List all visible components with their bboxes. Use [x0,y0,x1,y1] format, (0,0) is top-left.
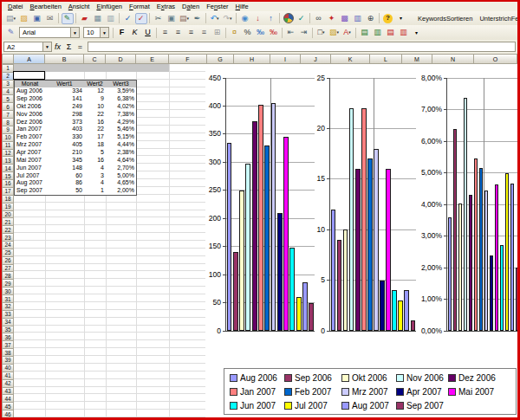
auto-spellcheck-icon[interactable]: ✓ [135,13,147,24]
custom-button-unterstrichfett[interactable]: UnterstrichFett [476,14,520,23]
dropdown-arrow-icon[interactable]: ▾ [348,30,351,35]
chart-2-plot-area[interactable] [329,78,416,332]
insert-chart-icon[interactable] [283,13,295,24]
column-header-a[interactable]: A [14,54,45,64]
background-color-icon[interactable]: ▨▾ [328,27,341,38]
add-decimal-icon[interactable]: ‰ [255,27,267,38]
chart-legend[interactable]: Aug 2006Sep 2006Okt 2006Nov 2006Dez 2006… [224,368,517,415]
column-header-j[interactable]: J [301,54,331,64]
column-header-i[interactable]: I [270,54,301,64]
align-right-icon[interactable]: ≡ [185,27,198,38]
dropdown-arrow-icon[interactable]: ▾ [230,16,232,21]
menu-item-bearbeiten[interactable]: Bearbeiten [27,3,65,10]
spellcheck-check-icon[interactable]: ✓ [296,13,308,24]
underline-icon[interactable]: U [142,27,154,38]
format-percent-icon[interactable]: % [242,27,254,38]
column-header-n[interactable]: N [432,54,474,64]
column-header-d[interactable]: D [106,54,136,64]
font-color-icon[interactable]: A▾ [341,27,354,38]
table-cell[interactable]: Sep 2007 [14,187,46,196]
menu-item-hilfe[interactable]: Hilfe [232,3,252,10]
insert-column-icon[interactable]: ▥ [372,27,384,38]
equals-icon[interactable]: = [75,42,86,51]
menu-item-einfügen[interactable]: Einfügen [93,3,126,10]
data-sources-icon[interactable]: ▥ [352,13,364,24]
align-left-icon[interactable]: ≡ [159,27,172,38]
delete-decimal-icon[interactable]: ‰ [268,27,280,38]
function-wizard-icon[interactable]: fx [52,42,63,51]
active-cell-a2[interactable] [13,71,45,80]
zoom-icon[interactable]: ⊕ [365,13,377,24]
column-header-b[interactable]: B [45,54,84,64]
column-header-f[interactable]: F [169,54,207,64]
toolbar-overflow-icon[interactable]: ▾ [411,27,423,38]
dropdown-arrow-icon[interactable]: ▾ [187,16,190,21]
font-name-combobox[interactable]: Arial ▼ [19,27,80,38]
sort-descending-icon[interactable]: ↑ [265,13,277,24]
help-icon[interactable]: ? [382,13,394,24]
sum-icon[interactable]: Σ [63,42,75,51]
save-icon[interactable]: ▣ [31,13,43,24]
page-preview-icon[interactable]: ▥ [105,13,117,24]
find-replace-icon[interactable]: ∞ [313,13,325,24]
dropdown-arrow-icon[interactable]: ▾ [14,16,16,21]
align-center-icon[interactable]: ≡ [172,27,185,38]
toolbar-overflow-icon[interactable]: ▾ [395,13,407,24]
menu-item-format[interactable]: Format [126,3,153,10]
open-icon[interactable]: ▨ [18,13,30,24]
align-justify-icon[interactable]: ≡ [198,27,211,38]
insert-row-icon[interactable]: ▤ [359,27,371,38]
chevron-down-icon[interactable]: ▼ [70,28,79,37]
column-header-m[interactable]: M [402,54,432,64]
email-icon[interactable]: ✉ [44,13,56,24]
menu-item-datei[interactable]: Datei [4,3,27,10]
export-pdf-icon[interactable]: ▰ [79,13,91,24]
format-paintbrush-icon[interactable]: ✒ [192,13,204,24]
dropdown-arrow-icon[interactable]: ▾ [337,30,340,35]
column-header-o[interactable]: O [474,54,517,64]
table-cell[interactable]: 2,00% [106,187,137,196]
hyperlink-icon[interactable]: ◉ [239,13,251,24]
print-icon[interactable]: ▦ [92,13,104,24]
column-header-g[interactable]: G [207,54,234,64]
font-size-combobox[interactable]: 10 ▼ [83,27,109,38]
row-header-46[interactable]: 46 [2,410,14,418]
chevron-down-icon[interactable]: ▼ [42,42,51,51]
formula-input-line[interactable] [88,42,516,52]
new-document-icon[interactable]: ▤▾ [5,13,17,24]
dropdown-arrow-icon[interactable]: ▾ [322,30,325,35]
edit-mode-icon[interactable]: ✎ [62,13,74,24]
column-header-e[interactable]: E [136,54,169,64]
gallery-icon[interactable]: ▩ [339,13,351,24]
column-header-k[interactable]: K [331,54,370,64]
cut-icon[interactable]: ✂ [153,13,165,24]
dropdown-arrow-icon[interactable]: ▾ [217,16,219,21]
select-all-corner[interactable] [2,54,14,64]
chart-1-plot-area[interactable] [225,78,315,332]
spellcheck-icon[interactable]: ✓ [122,13,134,24]
menu-item-extras[interactable]: Extras [153,3,179,10]
cell-reference-box[interactable]: A2 ▼ [3,42,52,52]
redo-icon[interactable]: ↷▾ [222,13,234,24]
chevron-down-icon[interactable]: ▼ [100,28,108,37]
delete-column-icon[interactable]: ▥ [398,27,410,38]
navigator-icon[interactable]: ✦ [326,13,338,24]
custom-button-keywordssortieren[interactable]: KeywordsSortieren [414,14,476,23]
italic-icon[interactable]: K [129,27,141,38]
bold-icon[interactable]: F [116,27,128,38]
column-header-c[interactable]: C [84,54,106,64]
styles-icon[interactable]: ✎ [5,27,17,38]
menu-item-ansicht[interactable]: Ansicht [65,3,94,10]
undo-icon[interactable]: ↶▾ [209,13,221,24]
decrease-indent-icon[interactable]: ⇤ [285,27,297,38]
column-header-h[interactable]: H [234,54,270,64]
borders-icon[interactable]: □▾ [315,27,328,38]
format-currency-icon[interactable]: ¤ [229,27,241,38]
table-cell[interactable]: 50 [45,187,85,196]
menu-item-fenster[interactable]: Fenster [203,3,231,10]
column-header-l[interactable]: L [370,54,402,64]
chart-3-plot-area[interactable] [446,78,520,332]
table-cell[interactable]: 1 [84,187,107,196]
copy-icon[interactable]: ▣ [166,13,178,24]
sort-ascending-icon[interactable]: ↓ [252,13,264,24]
